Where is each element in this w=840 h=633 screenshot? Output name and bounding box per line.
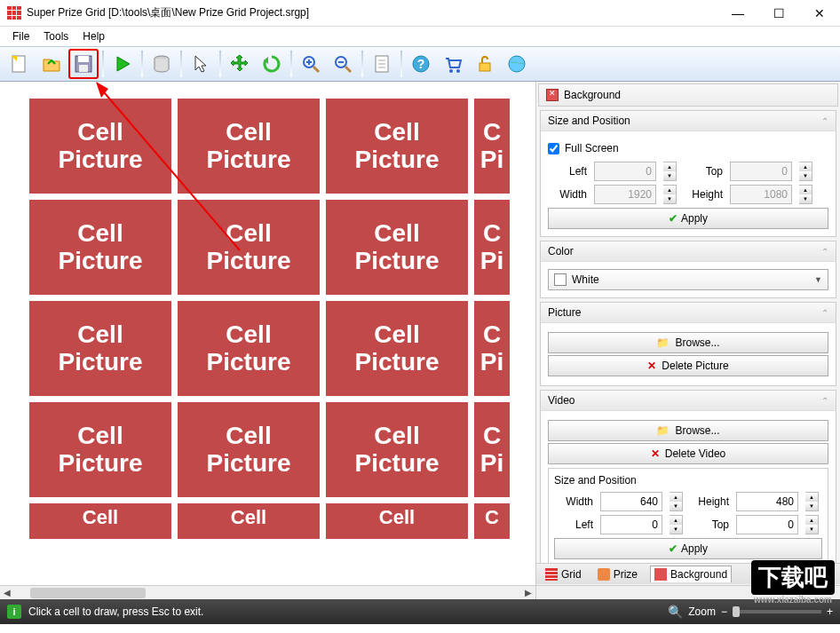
collapse-icon[interactable]: ⌃ bbox=[821, 116, 828, 126]
browse-video-button[interactable]: 📁Browse... bbox=[548, 420, 828, 441]
grid-cell[interactable]: CellPicture bbox=[326, 402, 468, 497]
video-top-input[interactable] bbox=[736, 515, 798, 534]
video-height-label: Height bbox=[690, 495, 729, 508]
height-input[interactable] bbox=[730, 185, 792, 204]
app-icon bbox=[7, 6, 21, 20]
tab-background[interactable]: Background bbox=[650, 566, 732, 582]
menu-help[interactable]: Help bbox=[75, 28, 112, 44]
menu-tools[interactable]: Tools bbox=[36, 28, 75, 44]
grid-cell[interactable]: CPi bbox=[474, 99, 510, 194]
svg-marker-5 bbox=[117, 57, 130, 71]
pointer-button[interactable] bbox=[186, 49, 216, 79]
canvas-area[interactable]: CellPictureCellPictureCellPictureCPi Cel… bbox=[0, 82, 535, 599]
collapse-icon[interactable]: ⌃ bbox=[821, 247, 828, 257]
grid-cell[interactable]: CellPicture bbox=[326, 200, 468, 295]
zoom-in-button[interactable] bbox=[296, 49, 326, 79]
video-left-input[interactable] bbox=[600, 515, 662, 534]
grid-cell[interactable]: CellPicture bbox=[326, 301, 468, 396]
grid-cell[interactable]: CPi bbox=[474, 200, 510, 295]
save-button[interactable] bbox=[68, 49, 99, 79]
background-icon bbox=[546, 89, 559, 101]
grid-cell[interactable]: CPi bbox=[474, 402, 510, 497]
panel-title: Background bbox=[538, 83, 838, 107]
top-input[interactable] bbox=[730, 162, 792, 181]
zoom-slider[interactable] bbox=[733, 610, 821, 613]
grid-cell[interactable]: CellPicture bbox=[29, 301, 171, 396]
prize-grid[interactable]: CellPictureCellPictureCellPictureCPi Cel… bbox=[29, 99, 510, 545]
collapse-icon[interactable]: ⌃ bbox=[821, 396, 828, 406]
grid-cell[interactable]: Cell bbox=[326, 503, 468, 539]
grid-cell[interactable]: CellPicture bbox=[178, 200, 320, 295]
grid-cell[interactable]: CPi bbox=[474, 301, 510, 396]
menu-file[interactable]: File bbox=[5, 28, 36, 44]
globe-button[interactable] bbox=[502, 49, 532, 79]
color-dropdown[interactable]: White▼ bbox=[548, 269, 828, 290]
browse-picture-button[interactable]: 📁Browse... bbox=[548, 332, 828, 353]
new-button[interactable] bbox=[4, 49, 35, 79]
maximize-button[interactable]: ☐ bbox=[758, 0, 799, 27]
video-section: Video⌃ 📁Browse... ✕Delete Video Size and… bbox=[540, 390, 836, 574]
spinner[interactable]: ▲▼ bbox=[663, 162, 677, 181]
full-screen-checkbox[interactable] bbox=[548, 143, 559, 154]
grid-cell[interactable]: CellPicture bbox=[178, 301, 320, 396]
video-width-label: Width bbox=[554, 495, 593, 508]
delete-video-button[interactable]: ✕Delete Video bbox=[548, 443, 828, 464]
database-button[interactable] bbox=[147, 49, 177, 79]
grid-cell[interactable]: CellPicture bbox=[178, 402, 320, 497]
grid-cell[interactable]: C bbox=[474, 503, 510, 539]
size-position-section: Size and Position⌃ Full Screen Left ▲▼ T… bbox=[540, 110, 836, 237]
spinner[interactable]: ▲▼ bbox=[670, 515, 683, 534]
spinner[interactable]: ▲▼ bbox=[799, 185, 812, 204]
move-button[interactable] bbox=[225, 49, 255, 79]
spinner[interactable]: ▲▼ bbox=[799, 162, 812, 181]
grid-cell[interactable]: Cell bbox=[29, 503, 171, 539]
video-width-input[interactable] bbox=[600, 492, 662, 511]
title-bar: Super Prize Grid [D:\tools\桌面\New Prize … bbox=[0, 0, 840, 27]
grid-cell[interactable]: CellPicture bbox=[29, 99, 171, 194]
background-tab-icon bbox=[654, 568, 667, 581]
grid-cell[interactable]: Cell bbox=[178, 503, 320, 539]
section-header[interactable]: Color⌃ bbox=[541, 241, 836, 262]
panel-scrollbar[interactable] bbox=[536, 585, 840, 599]
open-button[interactable] bbox=[36, 49, 67, 79]
left-input[interactable] bbox=[594, 162, 656, 181]
section-header[interactable]: Video⌃ bbox=[541, 391, 836, 411]
help-button[interactable]: ? bbox=[406, 49, 436, 79]
zoom-in-icon[interactable]: + bbox=[827, 605, 833, 618]
zoom-out-button[interactable] bbox=[328, 49, 358, 79]
minimize-button[interactable]: — bbox=[717, 0, 758, 27]
rotate-button[interactable] bbox=[257, 49, 287, 79]
collapse-icon[interactable]: ⌃ bbox=[821, 308, 828, 318]
spinner[interactable]: ▲▼ bbox=[670, 492, 683, 511]
video-height-input[interactable] bbox=[736, 492, 798, 511]
zoom-out-icon[interactable]: − bbox=[721, 605, 727, 618]
grid-cell[interactable]: CellPicture bbox=[29, 402, 171, 497]
horizontal-scrollbar[interactable]: ◀▶ bbox=[0, 585, 535, 599]
tab-grid[interactable]: Grid bbox=[542, 566, 585, 582]
delete-picture-button[interactable]: ✕Delete Picture bbox=[548, 355, 828, 376]
spinner[interactable]: ▲▼ bbox=[663, 185, 677, 204]
page-button[interactable] bbox=[367, 49, 397, 79]
video-size-position: Size and Position Width ▲▼ Height ▲▼ Lef… bbox=[548, 468, 828, 566]
apply-button[interactable]: ✔Apply bbox=[548, 208, 828, 229]
status-message: Click a cell to draw, press Esc to exit. bbox=[28, 605, 203, 618]
close-button[interactable]: ✕ bbox=[799, 0, 840, 27]
spinner[interactable]: ▲▼ bbox=[805, 515, 819, 534]
delete-icon: ✕ bbox=[647, 360, 656, 372]
svg-line-13 bbox=[345, 67, 351, 72]
grid-cell[interactable]: CellPicture bbox=[326, 99, 468, 194]
video-apply-button[interactable]: ✔Apply bbox=[554, 538, 822, 559]
section-header[interactable]: Picture⌃ bbox=[541, 303, 836, 323]
svg-rect-4 bbox=[79, 65, 88, 72]
spinner[interactable]: ▲▼ bbox=[805, 492, 819, 511]
width-input[interactable] bbox=[594, 185, 656, 204]
tab-prize[interactable]: Prize bbox=[594, 566, 641, 582]
info-icon: i bbox=[7, 605, 21, 619]
cart-button[interactable] bbox=[438, 49, 468, 79]
unlock-button[interactable] bbox=[470, 49, 500, 79]
play-button[interactable] bbox=[107, 49, 138, 79]
toolbar: ? bbox=[0, 46, 840, 82]
section-header[interactable]: Size and Position⌃ bbox=[541, 111, 836, 131]
grid-cell[interactable]: CellPicture bbox=[29, 200, 171, 295]
grid-cell[interactable]: CellPicture bbox=[178, 99, 320, 194]
